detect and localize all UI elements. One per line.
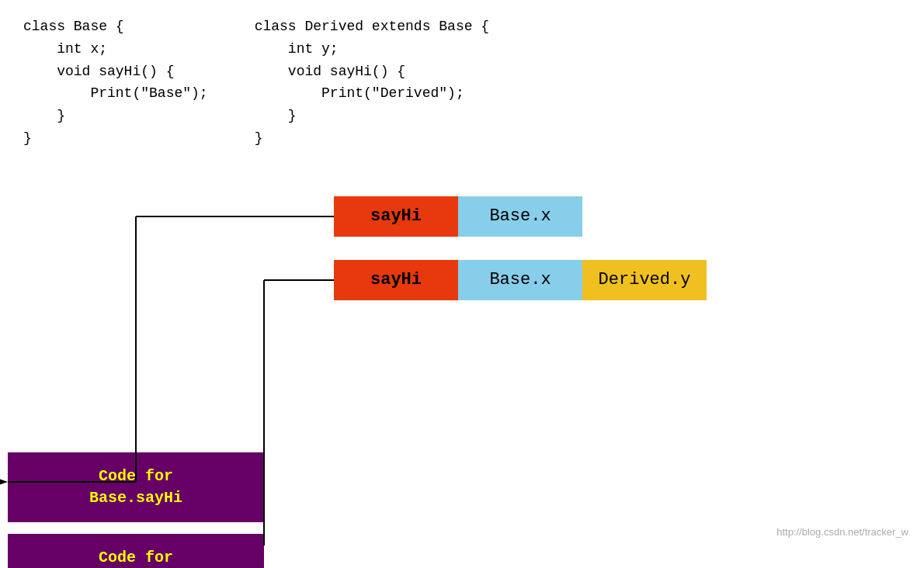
base-class-code: class Base { int x; void sayHi() { Print… — [23, 16, 208, 150]
derived-class-code: class Derived extends Base { int y; void… — [255, 16, 489, 150]
derived-y-cell: Derived.y — [582, 260, 707, 300]
code-box-base-text: Code forBase.sayHi — [89, 466, 182, 509]
derived-sayhi-cell: sayHi — [334, 260, 458, 300]
vtable-container: sayHi Base.x sayHi Base.x Derived.y — [334, 196, 707, 300]
base-sayhi-cell: sayHi — [334, 196, 458, 237]
base-basex-cell: Base.x — [458, 196, 582, 237]
code-section: class Base { int x; void sayHi() { Print… — [0, 0, 924, 158]
watermark: http://blog.csdn.net/tracker_w — [776, 526, 908, 538]
vtable-row-base: sayHi Base.x — [334, 196, 707, 237]
diagram-section: sayHi Base.x sayHi Base.x Derived.y Code… — [0, 165, 924, 545]
vtable-row-derived: sayHi Base.x Derived.y — [334, 260, 707, 300]
code-box-derived: Code forDerived.sayHi — [8, 534, 264, 568]
code-box-derived-text: Code forDerived.sayHi — [75, 547, 196, 568]
derived-basex-cell: Base.x — [458, 260, 582, 300]
code-box-base: Code forBase.sayHi — [8, 452, 264, 522]
